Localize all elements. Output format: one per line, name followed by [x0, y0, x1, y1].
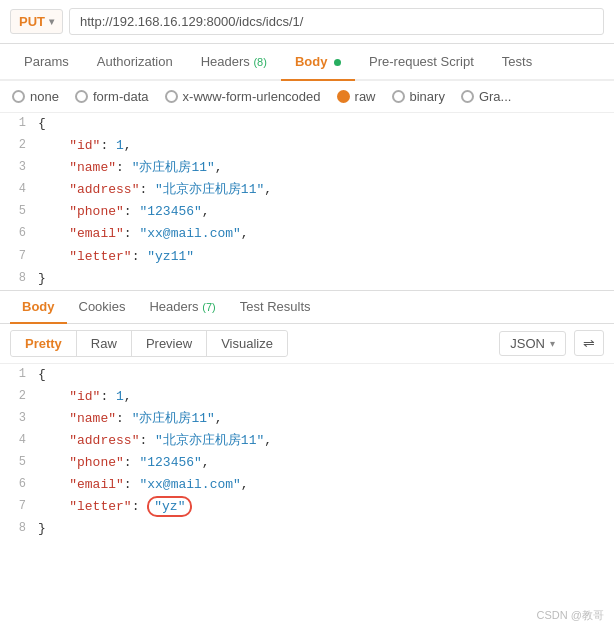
method-label: PUT — [19, 14, 45, 29]
method-select[interactable]: PUT ▾ — [10, 9, 63, 34]
response-body-editor: 1 { 2 "id": 1, 3 "name": "亦庄机房11", 4 "ad… — [0, 364, 614, 551]
resp-line-4: 4 "address": "北京亦庄机房11", — [0, 430, 614, 452]
radio-graphql-label: Gra... — [479, 89, 512, 104]
radio-urlencoded-circle — [165, 90, 178, 103]
body-type-row: none form-data x-www-form-urlencoded raw… — [0, 81, 614, 113]
resp-line-1: 1 { — [0, 364, 614, 386]
url-bar: PUT ▾ — [0, 0, 614, 44]
radio-raw-label: raw — [355, 89, 376, 104]
tab-tests[interactable]: Tests — [488, 44, 546, 81]
resp-tab-body[interactable]: Body — [10, 291, 67, 324]
tab-authorization[interactable]: Authorization — [83, 44, 187, 81]
body-active-dot — [334, 59, 341, 66]
radio-graphql[interactable]: Gra... — [461, 89, 512, 104]
radio-raw-circle — [337, 90, 350, 103]
resp-tab-headers[interactable]: Headers (7) — [137, 291, 227, 324]
filter-icon: ⇌ — [583, 335, 595, 351]
view-tabs-row: Pretty Raw Preview Visualize JSON ▾ ⇌ — [0, 324, 614, 364]
radio-none-circle — [12, 90, 25, 103]
request-tabs: Params Authorization Headers (8) Body Pr… — [0, 44, 614, 81]
resp-line-7: 7 "letter": "yz" — [0, 496, 614, 518]
resp-line-2: 2 "id": 1, — [0, 386, 614, 408]
url-input[interactable] — [69, 8, 604, 35]
headers-badge: (8) — [253, 56, 266, 68]
radio-form-data-circle — [75, 90, 88, 103]
method-chevron-icon: ▾ — [49, 16, 54, 27]
radio-none-label: none — [30, 89, 59, 104]
req-line-6: 6 "email": "xx@mail.com", — [0, 223, 614, 245]
req-line-8: 8 } — [0, 268, 614, 290]
resp-tab-cookies[interactable]: Cookies — [67, 291, 138, 324]
response-tabs: Body Cookies Headers (7) Test Results — [0, 291, 614, 324]
resp-line-6: 6 "email": "xx@mail.com", — [0, 474, 614, 496]
radio-form-data[interactable]: form-data — [75, 89, 149, 104]
highlighted-value: "yz" — [147, 496, 192, 517]
radio-urlencoded-label: x-www-form-urlencoded — [183, 89, 321, 104]
format-label: JSON — [510, 336, 545, 351]
resp-line-8: 8 } — [0, 518, 614, 540]
radio-none[interactable]: none — [12, 89, 59, 104]
resp-line-3: 3 "name": "亦庄机房11", — [0, 408, 614, 430]
req-line-4: 4 "address": "北京亦庄机房11", — [0, 179, 614, 201]
format-select[interactable]: JSON ▾ — [499, 331, 566, 356]
radio-binary-label: binary — [410, 89, 445, 104]
radio-binary-circle — [392, 90, 405, 103]
resp-line-5: 5 "phone": "123456", — [0, 452, 614, 474]
resp-tab-test-results[interactable]: Test Results — [228, 291, 323, 324]
radio-binary[interactable]: binary — [392, 89, 445, 104]
radio-urlencoded[interactable]: x-www-form-urlencoded — [165, 89, 321, 104]
radio-form-data-label: form-data — [93, 89, 149, 104]
tab-body[interactable]: Body — [281, 44, 355, 81]
filter-button[interactable]: ⇌ — [574, 330, 604, 356]
request-body-editor[interactable]: 1 { 2 "id": 1, 3 "name": "亦庄机房11", 4 "ad… — [0, 113, 614, 291]
radio-raw[interactable]: raw — [337, 89, 376, 104]
view-tab-raw[interactable]: Raw — [77, 331, 132, 356]
tab-pre-request[interactable]: Pre-request Script — [355, 44, 488, 81]
req-line-3: 3 "name": "亦庄机房11", — [0, 157, 614, 179]
tab-params[interactable]: Params — [10, 44, 83, 81]
req-line-5: 5 "phone": "123456", — [0, 201, 614, 223]
format-chevron-icon: ▾ — [550, 338, 555, 349]
req-line-2: 2 "id": 1, — [0, 135, 614, 157]
view-tab-visualize[interactable]: Visualize — [207, 331, 287, 356]
view-tab-preview[interactable]: Preview — [132, 331, 207, 356]
req-line-7: 7 "letter": "yz11" — [0, 246, 614, 268]
radio-graphql-circle — [461, 90, 474, 103]
view-tab-pretty[interactable]: Pretty — [11, 331, 77, 356]
resp-headers-badge: (7) — [202, 301, 215, 313]
req-line-1: 1 { — [0, 113, 614, 135]
tab-headers[interactable]: Headers (8) — [187, 44, 281, 81]
